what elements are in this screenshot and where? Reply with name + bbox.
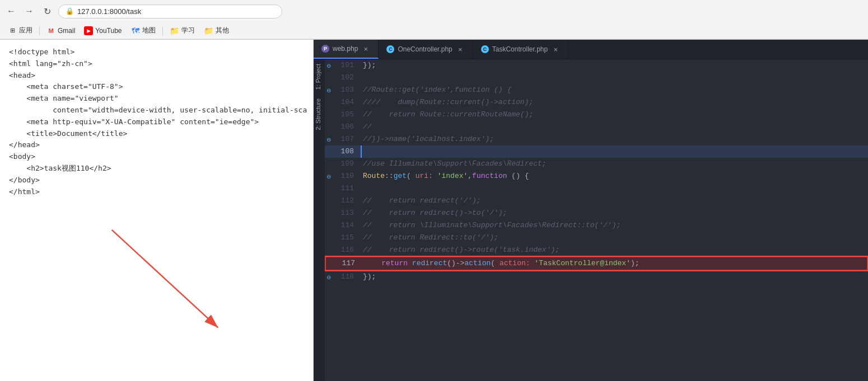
table-row: ⊖ 110 Route::get( uri: 'index',function …: [325, 170, 868, 182]
map-icon: 🗺: [131, 26, 140, 35]
line-content: [361, 145, 868, 158]
bookmark-study[interactable]: 📁 学习: [166, 25, 198, 36]
tab-task-controller-label: TaskController.php: [492, 45, 548, 53]
line-number: 103: [333, 84, 361, 96]
refresh-button[interactable]: ↻: [40, 4, 54, 18]
line-content: // return Route::currentRouteName();: [361, 109, 868, 121]
tab-one-controller-close[interactable]: ×: [456, 45, 465, 54]
separator2: [162, 26, 163, 35]
line-content: //// dump(Route::current()->action);: [361, 96, 868, 109]
fold-marker-117: [326, 257, 334, 270]
controller-icon-2: C: [481, 45, 489, 53]
line-content: return redirect()->action( action: 'Task…: [362, 257, 867, 270]
line-number: 106: [333, 121, 361, 133]
fold-marker-102: [325, 72, 333, 84]
line-number: 115: [333, 232, 361, 244]
forward-button[interactable]: →: [22, 4, 36, 18]
gmail-label: Gmail: [58, 27, 75, 35]
structure-label[interactable]: 2: Structure: [314, 94, 325, 135]
line-content: [361, 182, 868, 195]
line-number: 113: [333, 207, 361, 219]
address-text: 127.0.0.1:8000/task: [77, 7, 141, 16]
line-content: // return redirect()->to('/');: [361, 207, 868, 219]
map-label: 地图: [142, 26, 156, 35]
fold-marker-113: [325, 207, 333, 219]
table-row: ⊖ 107 //})->name('localhost.index');: [325, 133, 868, 145]
tab-task-controller[interactable]: C TaskController.php ×: [473, 40, 568, 59]
line-content: [361, 72, 868, 84]
youtube-label: YouTube: [95, 27, 122, 35]
table-row: 108: [325, 145, 868, 158]
line-number: 101: [333, 59, 361, 72]
table-row: 102: [325, 72, 868, 84]
tab-task-controller-close[interactable]: ×: [551, 45, 560, 54]
browser-nav: ← → ↻ 🔒 127.0.0.1:8000/task: [0, 0, 868, 22]
bookmark-youtube[interactable]: ▶ YouTube: [81, 25, 125, 36]
line-content: // return redirect()->route('task.index'…: [361, 244, 868, 256]
bookmark-other[interactable]: 📁 其他: [200, 25, 232, 36]
separator: [39, 26, 40, 35]
table-row: 105 // return Route::currentRouteName();: [325, 109, 868, 121]
table-row: 116 // return redirect()->route('task.in…: [325, 244, 868, 256]
project-label[interactable]: 1: Project: [314, 59, 325, 94]
tab-one-controller[interactable]: C OneController.php ×: [379, 40, 473, 59]
table-row: 104 //// dump(Route::current()->action);: [325, 96, 868, 109]
gmail-icon: M: [46, 26, 55, 35]
line-content: //})->name('localhost.index');: [361, 133, 868, 145]
fold-marker-104: [325, 96, 333, 109]
bookmark-gmail[interactable]: M Gmail: [43, 25, 78, 36]
ide: P web.php × C OneController.php × C Task…: [314, 40, 868, 381]
line-content: Route::get( uri: 'index',function () {: [361, 170, 868, 182]
fold-marker-112: [325, 195, 333, 207]
bookmark-map[interactable]: 🗺 地图: [128, 25, 159, 36]
fold-marker-106: [325, 121, 333, 133]
youtube-icon: ▶: [84, 26, 93, 35]
tab-web-php[interactable]: P web.php ×: [314, 40, 379, 59]
page-code: <!doctype html> <html lang="zh-cn"> <hea…: [9, 46, 304, 197]
table-row: ⊖ 118 });: [325, 271, 868, 283]
fold-marker-111: [325, 182, 333, 195]
table-row: ⊖ 103 //Route::get('index',function () {: [325, 84, 868, 96]
browser-chrome: ← → ↻ 🔒 127.0.0.1:8000/task ⊞ 应用 M Gmail…: [0, 0, 868, 40]
line-number: 114: [333, 219, 361, 232]
table-row: 112 // return redirect('/');: [325, 195, 868, 207]
study-label: 学习: [181, 26, 195, 35]
table-row: 117 return redirect()->action( action: '…: [325, 256, 868, 271]
line-number: 118: [333, 271, 361, 283]
other-label: 其他: [216, 26, 229, 35]
table-row: 113 // return redirect()->to('/');: [325, 207, 868, 219]
line-content: // return Redirect::to('/');: [361, 232, 868, 244]
fold-marker-116: [325, 244, 333, 256]
line-content: });: [361, 271, 868, 283]
fold-marker-118[interactable]: ⊖: [325, 271, 333, 283]
apps-icon: ⊞: [8, 26, 17, 35]
svg-line-1: [112, 230, 218, 328]
bookmarks-bar: ⊞ 应用 M Gmail ▶ YouTube 🗺 地图 📁 学习 📁 其他: [0, 22, 868, 39]
controller-icon-1: C: [386, 45, 394, 53]
table-row: ⊖ 101 });: [325, 59, 868, 72]
code-area[interactable]: ⊖ 101 }); 102 ⊖ 103 //Route::get('index'…: [325, 59, 868, 381]
ide-body: 1: Project 2: Structure ⊖ 101 }); 102: [314, 59, 868, 381]
bookmark-apps[interactable]: ⊞ 应用: [4, 25, 36, 36]
line-number: 104: [333, 96, 361, 109]
line-content: //: [361, 121, 868, 133]
line-content: //use Illuminate\Support\Facades\Redirec…: [361, 158, 868, 170]
study-folder-icon: 📁: [170, 26, 179, 35]
table-row: 109 //use Illuminate\Support\Facades\Red…: [325, 158, 868, 170]
tab-web-php-close[interactable]: ×: [361, 44, 370, 53]
fold-marker-110[interactable]: ⊖: [325, 170, 333, 182]
fold-marker-107[interactable]: ⊖: [325, 133, 333, 145]
fold-marker-101[interactable]: ⊖: [325, 59, 333, 72]
line-number: 107: [333, 133, 361, 145]
line-content: });: [361, 59, 868, 72]
line-number: 109: [333, 158, 361, 170]
back-button[interactable]: ←: [4, 4, 18, 18]
browser-page: <!doctype html> <html lang="zh-cn"> <hea…: [0, 40, 314, 381]
address-bar[interactable]: 🔒 127.0.0.1:8000/task: [58, 4, 282, 18]
php-icon: P: [321, 45, 329, 53]
line-content: // return redirect('/');: [361, 195, 868, 207]
fold-marker-114: [325, 219, 333, 232]
line-number: 110: [333, 170, 361, 182]
fold-marker-103[interactable]: ⊖: [325, 84, 333, 96]
table-row: 115 // return Redirect::to('/');: [325, 232, 868, 244]
